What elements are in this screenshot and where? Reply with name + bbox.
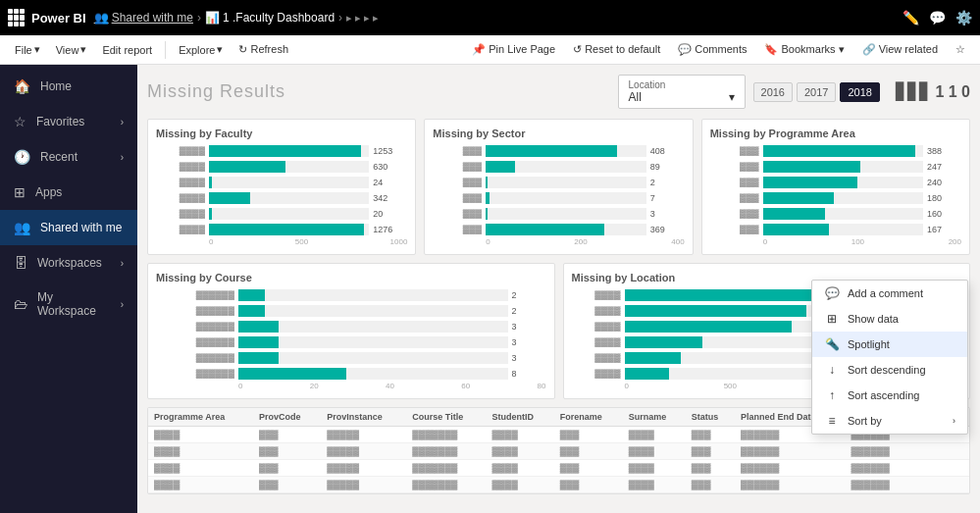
context-sort-by[interactable]: ≡ Sort by › [812, 408, 967, 434]
settings-icon[interactable]: ⚙️ [955, 10, 972, 26]
bar-row: ▓▓▓▓ 24 [156, 177, 407, 188]
col-provinstance[interactable]: ProvInstance [321, 408, 406, 427]
comment-icon: 💬 [824, 286, 840, 300]
bar-chart-faculty: ▓▓▓▓ 1253 ▓▓▓▓ 630 ▓▓▓▓ 24 [156, 145, 407, 235]
bar-row: ▓▓▓ 247 [710, 161, 961, 173]
edit-icon[interactable]: ✏️ [903, 10, 919, 26]
sidebar-item-home[interactable]: 🏠 Home [0, 69, 137, 104]
x-axis: 05001000 [156, 235, 407, 246]
top-bar: Power BI 👥 Shared with me › 📊 1 .Faculty… [0, 0, 980, 35]
bar-row: ▓▓▓▓ 20 [156, 208, 407, 220]
col-studentid[interactable]: StudentID [486, 408, 553, 427]
chevron-down-icon: ▾ [34, 43, 40, 56]
chevron-right-icon: › [121, 299, 124, 310]
year-2017-btn[interactable]: 2017 [797, 82, 836, 102]
total-count: ▋▋▋ 1 1 0 [896, 82, 970, 101]
bar-row: ▓▓▓ 3 [433, 208, 684, 220]
col-course-title[interactable]: Course Title [406, 408, 486, 427]
bar-row: ▓▓▓ 388 [710, 145, 961, 157]
star-icon: ☆ [14, 114, 26, 129]
app-logo: Power BI [8, 9, 86, 26]
sidebar-item-shared[interactable]: 👥 Shared with me [0, 210, 137, 245]
col-forename[interactable]: Forename [554, 408, 623, 427]
x-axis: 0200400 [433, 235, 684, 246]
filter-label: Location [629, 79, 735, 90]
my-workspace-icon: 🗁 [14, 296, 27, 312]
ribbon-right-actions: 📌 Pin Live Page ↺ Reset to default 💬 Com… [465, 40, 972, 59]
pin-live-page-btn[interactable]: 📌 Pin Live Page [465, 40, 562, 59]
bar-row: ▓▓▓ 2 [433, 177, 684, 188]
bar-row: ▓▓▓ 180 [710, 192, 961, 204]
waffle-icon[interactable] [8, 9, 26, 26]
col-programme-area[interactable]: Programme Area [148, 408, 253, 427]
star-btn[interactable]: ☆ [949, 40, 972, 59]
charts-row-1: Missing by Faculty ▓▓▓▓ 1253 ▓▓▓▓ 630 ▓▓… [147, 119, 970, 255]
submenu-arrow-icon: › [953, 416, 955, 426]
bar-row: ▓▓▓ 89 [433, 161, 684, 173]
bar-row: ▓▓▓▓ 1276 [156, 224, 407, 235]
sidebar-item-apps[interactable]: ⊞ Apps [0, 175, 137, 210]
location-filter[interactable]: Location All ▾ [618, 75, 746, 109]
table-body: ▓▓▓▓▓▓▓▓▓▓▓▓▓▓▓▓▓▓▓▓▓▓▓▓▓▓▓▓▓▓▓▓▓▓▓▓▓▓▓▓… [148, 427, 969, 493]
sidebar-item-workspaces[interactable]: 🗄 Workspaces › [0, 245, 137, 281]
context-show-data[interactable]: ⊞ Show data [812, 306, 967, 332]
chart-course: Missing by Course ▓▓▓▓▓▓ 2 ▓▓▓▓▓▓ 2 ▓▓▓▓… [147, 263, 555, 399]
bookmarks-btn[interactable]: 🔖 Bookmarks ▾ [757, 40, 851, 59]
ribbon-refresh[interactable]: ↻ Refresh [232, 40, 295, 59]
view-related-btn[interactable]: 🔗 View related [855, 40, 945, 59]
bar-row: ▓▓▓▓▓▓ 2 [156, 305, 546, 317]
main-layout: 🏠 Home ☆ Favorites › 🕐 Recent › ⊞ Apps 👥… [0, 65, 980, 513]
ribbon: File ▾ View ▾ Edit report Explore ▾ ↻ Re… [0, 35, 980, 65]
clock-icon: 🕐 [14, 149, 30, 165]
comment-icon[interactable]: 💬 [929, 10, 946, 26]
table-row: ▓▓▓▓▓▓▓▓▓▓▓▓▓▓▓▓▓▓▓▓▓▓▓▓▓▓▓▓▓▓▓▓▓▓▓▓▓▓▓▓… [148, 477, 969, 493]
context-add-comment[interactable]: 💬 Add a comment [812, 281, 967, 306]
year-2016-btn[interactable]: 2016 [753, 82, 793, 102]
chevron-down-icon: ▾ [80, 43, 86, 56]
context-sort-descending[interactable]: ↓ Sort descending [812, 357, 967, 383]
year-2018-btn[interactable]: 2018 [840, 82, 879, 102]
chart-faculty: Missing by Faculty ▓▓▓▓ 1253 ▓▓▓▓ 630 ▓▓… [147, 119, 416, 255]
breadcrumb-dashboard[interactable]: 📊 1 .Faculty Dashboard [205, 11, 335, 25]
chevron-right-icon: › [121, 258, 124, 269]
ribbon-explore[interactable]: Explore ▾ [172, 40, 230, 59]
ribbon-divider-1 [165, 41, 166, 59]
bar-row: ▓▓▓▓▓▓ 3 [156, 321, 546, 333]
col-surname[interactable]: Surname [623, 408, 686, 427]
bar-row: ▓▓▓ 160 [710, 208, 961, 220]
dashboard-icon: 📊 [205, 11, 220, 25]
ribbon-view[interactable]: View ▾ [49, 40, 94, 59]
chevron-down-icon: ▾ [217, 43, 223, 56]
comments-btn[interactable]: 💬 Comments [671, 40, 753, 59]
bar-row: ▓▓▓ 240 [710, 177, 961, 188]
sidebar-item-recent[interactable]: 🕐 Recent › [0, 139, 137, 175]
bar-chart-course: ▓▓▓▓▓▓ 2 ▓▓▓▓▓▓ 2 ▓▓▓▓▓▓ 3 [156, 289, 546, 380]
chart-faculty-title: Missing by Faculty [156, 128, 407, 139]
reset-to-default-btn[interactable]: ↺ Reset to default [566, 40, 667, 59]
x-axis: 020406080 [156, 380, 546, 390]
shared-icon: 👥 [94, 11, 109, 25]
col-provcode[interactable]: ProvCode [253, 408, 321, 427]
chevron-right-icon: › [121, 152, 124, 163]
bar-chart-sector: ▓▓▓ 408 ▓▓▓ 89 ▓▓▓ 2 ▓▓ [433, 145, 684, 235]
sidebar: 🏠 Home ☆ Favorites › 🕐 Recent › ⊞ Apps 👥… [0, 65, 137, 513]
table-row: ▓▓▓▓▓▓▓▓▓▓▓▓▓▓▓▓▓▓▓▓▓▓▓▓▓▓▓▓▓▓▓▓▓▓▓▓▓▓▓▓… [148, 443, 969, 460]
context-sort-ascending[interactable]: ↑ Sort ascending [812, 383, 967, 408]
chevron-right-icon: › [121, 117, 124, 128]
ribbon-edit-report[interactable]: Edit report [95, 41, 159, 59]
bar-row: ▓▓▓ 408 [433, 145, 684, 157]
dropdown-icon: ▾ [729, 90, 735, 104]
context-spotlight[interactable]: 🔦 Spotlight [812, 332, 967, 357]
ribbon-file[interactable]: File ▾ [8, 40, 47, 59]
breadcrumb-shared[interactable]: 👥 Shared with me [94, 11, 193, 25]
chart-sector: Missing by Sector ▓▓▓ 408 ▓▓▓ 89 ▓▓▓ [424, 119, 693, 255]
breadcrumb-extra: ▸ ▸ ▸ ▸ [346, 12, 379, 25]
breadcrumb-separator-2: › [338, 11, 342, 25]
sidebar-item-my-workspace[interactable]: 🗁 My Workspace › [0, 281, 137, 328]
chart-course-title: Missing by Course [156, 272, 546, 283]
apps-icon: ⊞ [14, 184, 26, 200]
sidebar-item-favorites[interactable]: ☆ Favorites › [0, 104, 137, 139]
dashboard-title: Missing Results [147, 81, 285, 102]
col-status[interactable]: Status [686, 408, 735, 427]
breadcrumb-separator-1: › [197, 11, 201, 25]
